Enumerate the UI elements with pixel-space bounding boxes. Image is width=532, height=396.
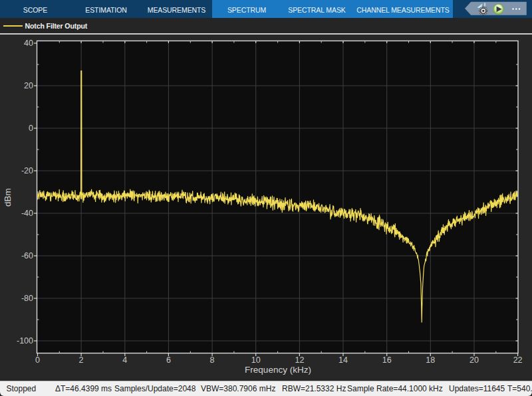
svg-text:8: 8 bbox=[210, 355, 215, 365]
svg-text:16: 16 bbox=[382, 355, 392, 365]
svg-text:20: 20 bbox=[24, 81, 33, 90]
svg-text:0: 0 bbox=[35, 355, 40, 365]
svg-text:14: 14 bbox=[338, 355, 348, 365]
svg-text:Frequency (kHz): Frequency (kHz) bbox=[245, 365, 311, 375]
svg-text:10: 10 bbox=[251, 355, 261, 365]
svg-text:dBm: dBm bbox=[3, 188, 13, 207]
svg-text:4: 4 bbox=[122, 355, 127, 365]
svg-text:40: 40 bbox=[24, 39, 33, 48]
svg-text:-20: -20 bbox=[21, 166, 33, 175]
svg-text:18: 18 bbox=[426, 355, 435, 365]
svg-text:-100: -100 bbox=[17, 336, 33, 346]
svg-text:12: 12 bbox=[295, 355, 304, 365]
svg-text:6: 6 bbox=[166, 355, 171, 365]
svg-text:22: 22 bbox=[513, 355, 523, 365]
svg-text:0: 0 bbox=[29, 124, 33, 133]
svg-text:20: 20 bbox=[469, 355, 479, 365]
svg-text:-40: -40 bbox=[21, 209, 33, 218]
svg-text:-80: -80 bbox=[21, 294, 33, 303]
svg-text:2: 2 bbox=[79, 355, 84, 365]
svg-text:-60: -60 bbox=[21, 251, 33, 260]
